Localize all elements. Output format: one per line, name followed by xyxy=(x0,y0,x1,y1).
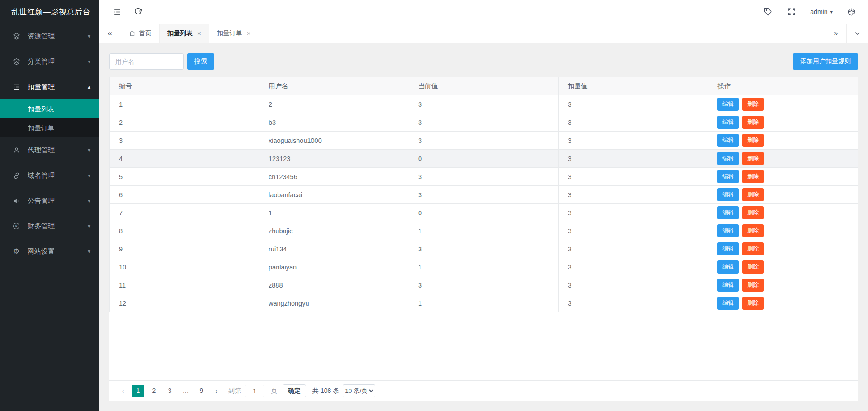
edit-button[interactable]: 编辑 xyxy=(717,152,739,165)
cell-current-value: 3 xyxy=(409,132,559,150)
cell-deduct-value: 3 xyxy=(559,132,708,150)
delete-button[interactable]: 删除 xyxy=(742,134,764,147)
chevron-down-icon: ▾ xyxy=(88,147,90,153)
tab-首页[interactable]: 首页 xyxy=(121,24,160,43)
tag-icon[interactable] xyxy=(763,7,773,17)
delete-button[interactable]: 删除 xyxy=(742,152,764,165)
delete-button[interactable]: 删除 xyxy=(742,279,764,292)
chevron-down-icon: ▾ xyxy=(88,248,90,255)
table-empty-space xyxy=(109,312,858,380)
cell-username: 2 xyxy=(259,95,409,113)
sidebar-item-4[interactable]: 代理管理▾ xyxy=(0,137,99,163)
cell-current-value: 0 xyxy=(409,204,559,222)
page-number[interactable]: 9 xyxy=(195,385,208,397)
chevron-down-icon: ▾ xyxy=(830,9,833,15)
sidebar-item-1[interactable]: 资源管理▾ xyxy=(0,24,99,49)
table-row: 7103编辑删除 xyxy=(110,204,858,222)
column-header: 用户名 xyxy=(259,77,409,95)
tabs-scroll-right-icon[interactable]: » xyxy=(825,24,846,43)
delete-button[interactable]: 删除 xyxy=(742,188,764,201)
yen-icon: ¥ xyxy=(12,222,21,230)
chevron-down-icon: ▾ xyxy=(88,223,90,229)
gear-icon: ⚙ xyxy=(12,247,21,255)
page-number[interactable]: 3 xyxy=(164,385,176,397)
sidebar-subitem[interactable]: 扣量列表 xyxy=(0,99,99,118)
column-header: 扣量值 xyxy=(559,77,708,95)
edit-button[interactable]: 编辑 xyxy=(717,297,739,310)
search-button[interactable]: 搜索 xyxy=(187,53,214,70)
user-dropdown[interactable]: admin ▾ xyxy=(810,8,833,15)
cell-current-value: 3 xyxy=(409,168,559,186)
edit-button[interactable]: 编辑 xyxy=(717,224,739,237)
refresh-icon[interactable] xyxy=(127,0,148,24)
sidebar-item-8[interactable]: ⚙网站设置▾ xyxy=(0,239,99,264)
page-number[interactable]: 2 xyxy=(148,385,160,397)
sidebar-item-3[interactable]: 扣量管理▴ xyxy=(0,74,99,99)
delete-button[interactable]: 删除 xyxy=(742,116,764,129)
goto-confirm-button[interactable]: 确定 xyxy=(283,384,306,397)
tab-扣量列表[interactable]: 扣量列表× xyxy=(160,24,209,43)
cell-actions: 编辑删除 xyxy=(708,276,858,294)
close-icon[interactable]: × xyxy=(197,30,201,37)
table-row: 10panlaiyan13编辑删除 xyxy=(110,258,858,276)
edit-button[interactable]: 编辑 xyxy=(717,134,739,147)
cell-actions: 编辑删除 xyxy=(708,204,858,222)
cell-id: 6 xyxy=(110,186,259,204)
next-page-icon[interactable]: › xyxy=(211,387,222,395)
tabs-menu-icon[interactable] xyxy=(846,24,868,43)
sidebar-item-label: 资源管理 xyxy=(28,32,55,41)
delete-button[interactable]: 删除 xyxy=(742,98,764,111)
edit-button[interactable]: 编辑 xyxy=(717,279,739,292)
edit-button[interactable]: 编辑 xyxy=(717,98,739,111)
sidebar-subitem[interactable]: 扣量订单 xyxy=(0,118,99,137)
cell-actions: 编辑删除 xyxy=(708,168,858,186)
edit-button[interactable]: 编辑 xyxy=(717,116,739,129)
chevron-down-icon: ▾ xyxy=(88,198,90,204)
sidebar-item-7[interactable]: ¥财务管理▾ xyxy=(0,213,99,239)
collapse-sidebar-icon[interactable] xyxy=(107,0,127,24)
prev-page-icon[interactable]: ‹ xyxy=(118,387,128,395)
edit-button[interactable]: 编辑 xyxy=(717,260,739,274)
sidebar-item-2[interactable]: 分类管理▾ xyxy=(0,49,99,74)
theme-palette-icon[interactable] xyxy=(846,7,856,17)
page-size-select[interactable]: 10 条/页 xyxy=(343,384,375,397)
cell-current-value: 1 xyxy=(409,222,559,240)
delete-button[interactable]: 删除 xyxy=(742,242,764,255)
page-number[interactable]: 1 xyxy=(132,385,144,397)
tab-扣量订单[interactable]: 扣量订单× xyxy=(209,24,259,43)
chevron-down-icon: ▾ xyxy=(88,172,90,179)
delete-button[interactable]: 删除 xyxy=(742,170,764,183)
table-row: 9rui13433编辑删除 xyxy=(110,240,858,258)
layers-icon xyxy=(12,57,21,66)
cell-actions: 编辑删除 xyxy=(708,186,858,204)
delete-button[interactable]: 删除 xyxy=(742,297,764,310)
cell-id: 1 xyxy=(110,95,259,113)
table-card: 编号用户名当前值扣量值操作 1233编辑删除2b333编辑删除3xiaoguai… xyxy=(109,77,858,401)
total-count: 共 108 条 xyxy=(312,387,339,395)
cell-current-value: 0 xyxy=(409,150,559,168)
cell-actions: 编辑删除 xyxy=(708,258,858,276)
sidebar-item-label: 分类管理 xyxy=(28,57,55,66)
close-icon[interactable]: × xyxy=(247,30,251,37)
search-input[interactable] xyxy=(109,53,184,70)
edit-button[interactable]: 编辑 xyxy=(717,188,739,201)
tab-label: 扣量列表 xyxy=(167,29,193,38)
delete-button[interactable]: 删除 xyxy=(742,206,764,219)
chevron-down-icon: ▾ xyxy=(88,58,90,65)
table-row: 1233编辑删除 xyxy=(110,95,858,113)
add-rule-button[interactable]: 添加用户扣量规则 xyxy=(793,53,858,70)
sidebar-item-5[interactable]: 域名管理▾ xyxy=(0,163,99,188)
tabs: 首页扣量列表×扣量订单× xyxy=(121,24,825,43)
edit-button[interactable]: 编辑 xyxy=(717,206,739,219)
cell-deduct-value: 3 xyxy=(559,294,708,312)
goto-page-input[interactable] xyxy=(245,385,264,397)
sidebar-item-6[interactable]: 公告管理▾ xyxy=(0,188,99,213)
delete-button[interactable]: 删除 xyxy=(742,224,764,237)
delete-button[interactable]: 删除 xyxy=(742,260,764,274)
edit-button[interactable]: 编辑 xyxy=(717,242,739,255)
tabs-scroll-left-icon[interactable]: « xyxy=(99,24,121,43)
fullscreen-icon[interactable] xyxy=(787,7,797,17)
edit-button[interactable]: 编辑 xyxy=(717,170,739,183)
cell-id: 12 xyxy=(110,294,259,312)
cell-actions: 编辑删除 xyxy=(708,222,858,240)
